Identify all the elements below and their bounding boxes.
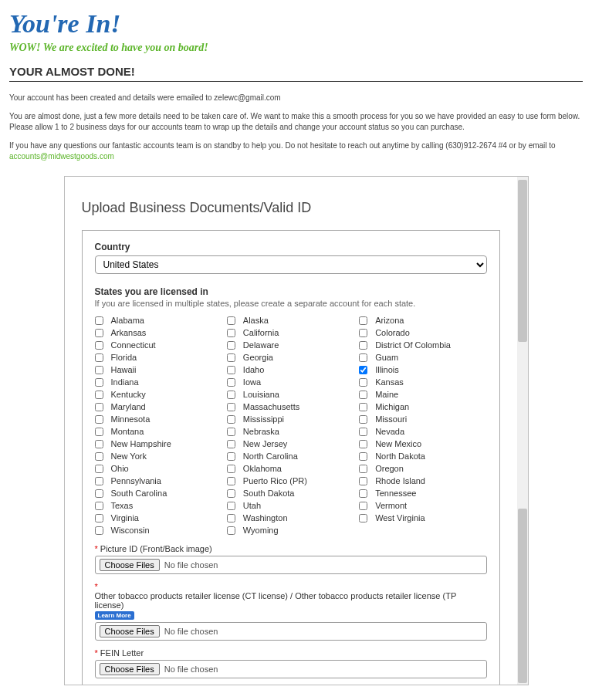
state-item[interactable]: Texas xyxy=(95,499,222,512)
state-checkbox[interactable] xyxy=(95,378,103,387)
state-item[interactable]: Georgia xyxy=(227,351,354,364)
state-checkbox[interactable] xyxy=(359,353,367,362)
state-item[interactable]: Minnesota xyxy=(95,413,222,425)
state-checkbox[interactable] xyxy=(359,403,367,411)
choose-files-button[interactable]: Choose Files xyxy=(100,625,160,637)
accounts-email-link[interactable]: accounts@midwestgoods.com xyxy=(9,152,114,161)
state-item[interactable]: Oregon xyxy=(359,462,486,475)
state-checkbox[interactable] xyxy=(227,502,235,510)
state-item[interactable]: Vermont xyxy=(359,499,486,512)
state-item[interactable]: Missouri xyxy=(359,413,486,425)
state-checkbox[interactable] xyxy=(95,353,103,362)
state-item[interactable]: Arkansas xyxy=(95,326,222,339)
state-checkbox[interactable] xyxy=(359,366,367,374)
state-checkbox[interactable] xyxy=(227,415,235,424)
state-item[interactable] xyxy=(359,524,486,536)
state-item[interactable]: Arizona xyxy=(359,314,486,326)
state-item[interactable]: Illinois xyxy=(359,364,486,376)
state-item[interactable]: Washington xyxy=(227,512,354,524)
state-item[interactable]: South Dakota xyxy=(227,487,354,499)
state-checkbox[interactable] xyxy=(359,341,367,350)
state-checkbox[interactable] xyxy=(359,329,367,337)
state-checkbox[interactable] xyxy=(227,465,235,473)
state-item[interactable]: Wyoming xyxy=(227,524,354,536)
state-checkbox[interactable] xyxy=(95,489,103,498)
state-item[interactable]: Delaware xyxy=(227,339,354,351)
state-item[interactable]: North Dakota xyxy=(359,450,486,462)
state-checkbox[interactable] xyxy=(227,316,235,325)
state-checkbox[interactable] xyxy=(95,329,103,337)
state-item[interactable]: Nevada xyxy=(359,425,486,438)
state-checkbox[interactable] xyxy=(227,403,235,411)
state-item[interactable]: Montana xyxy=(95,425,222,438)
state-item[interactable]: Ohio xyxy=(95,462,222,475)
state-checkbox[interactable] xyxy=(95,415,103,424)
state-item[interactable]: New Hampshire xyxy=(95,438,222,450)
state-checkbox[interactable] xyxy=(95,502,103,510)
state-item[interactable]: Colorado xyxy=(359,326,486,339)
state-item[interactable]: New York xyxy=(95,450,222,462)
state-item[interactable]: Nebraska xyxy=(227,425,354,438)
state-item[interactable]: Wisconsin xyxy=(95,524,222,536)
state-checkbox[interactable] xyxy=(95,452,103,461)
state-checkbox[interactable] xyxy=(227,526,235,535)
state-item[interactable]: Maryland xyxy=(95,401,222,413)
state-item[interactable]: New Jersey xyxy=(227,438,354,450)
state-checkbox[interactable] xyxy=(359,465,367,473)
state-item[interactable]: Alabama xyxy=(95,314,222,326)
state-checkbox[interactable] xyxy=(359,440,367,448)
choose-files-button[interactable]: Choose Files xyxy=(100,559,160,571)
state-checkbox[interactable] xyxy=(227,391,235,399)
state-checkbox[interactable] xyxy=(95,316,103,325)
state-item[interactable]: Rhode Island xyxy=(359,475,486,487)
state-checkbox[interactable] xyxy=(227,452,235,461)
state-item[interactable]: West Virginia xyxy=(359,512,486,524)
state-checkbox[interactable] xyxy=(359,477,367,485)
state-item[interactable]: Alaska xyxy=(227,314,354,326)
state-checkbox[interactable] xyxy=(227,477,235,485)
state-checkbox[interactable] xyxy=(95,526,103,535)
state-item[interactable]: South Carolina xyxy=(95,487,222,499)
state-checkbox[interactable] xyxy=(359,415,367,424)
state-checkbox[interactable] xyxy=(359,391,367,399)
state-checkbox[interactable] xyxy=(227,428,235,436)
state-item[interactable]: Tennessee xyxy=(359,487,486,499)
fein-letter-file-input[interactable]: Choose Files No file chosen xyxy=(95,660,487,678)
choose-files-button[interactable]: Choose Files xyxy=(100,663,160,675)
scrollbar-track[interactable] xyxy=(517,177,528,685)
state-checkbox[interactable] xyxy=(95,514,103,522)
scrollbar-thumb-top[interactable] xyxy=(518,180,527,342)
state-item[interactable]: Oklahoma xyxy=(227,462,354,475)
state-item[interactable]: Maine xyxy=(359,388,486,401)
state-checkbox[interactable] xyxy=(227,341,235,350)
state-item[interactable]: Louisiana xyxy=(227,388,354,401)
scrollbar-thumb-bottom[interactable] xyxy=(518,509,527,683)
state-item[interactable]: Puerto Rico (PR) xyxy=(227,475,354,487)
state-item[interactable]: North Carolina xyxy=(227,450,354,462)
state-checkbox[interactable] xyxy=(359,452,367,461)
state-item[interactable]: Michigan xyxy=(359,401,486,413)
state-item[interactable]: Massachusetts xyxy=(227,401,354,413)
state-checkbox[interactable] xyxy=(95,477,103,485)
state-checkbox[interactable] xyxy=(227,489,235,498)
state-item[interactable]: New Mexico xyxy=(359,438,486,450)
state-checkbox[interactable] xyxy=(95,366,103,374)
state-item[interactable]: Mississippi xyxy=(227,413,354,425)
state-checkbox[interactable] xyxy=(227,329,235,337)
state-item[interactable]: Kentucky xyxy=(95,388,222,401)
state-checkbox[interactable] xyxy=(227,366,235,374)
state-item[interactable]: Iowa xyxy=(227,376,354,388)
state-checkbox[interactable] xyxy=(95,440,103,448)
state-checkbox[interactable] xyxy=(359,316,367,325)
state-item[interactable]: Guam xyxy=(359,351,486,364)
state-checkbox[interactable] xyxy=(95,403,103,411)
state-checkbox[interactable] xyxy=(359,514,367,522)
state-item[interactable]: Indiana xyxy=(95,376,222,388)
state-item[interactable]: Kansas xyxy=(359,376,486,388)
state-checkbox[interactable] xyxy=(227,378,235,387)
state-checkbox[interactable] xyxy=(227,514,235,522)
state-item[interactable]: Florida xyxy=(95,351,222,364)
state-checkbox[interactable] xyxy=(95,391,103,399)
state-item[interactable]: Connecticut xyxy=(95,339,222,351)
state-checkbox[interactable] xyxy=(95,428,103,436)
